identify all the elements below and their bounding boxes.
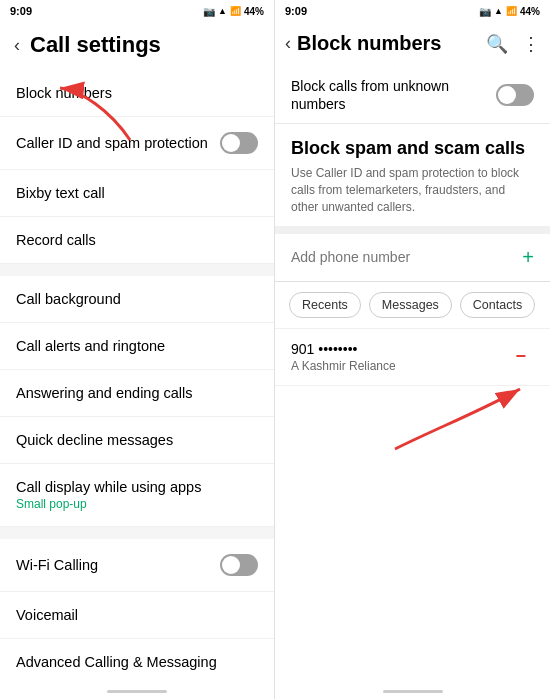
menu-label-wifi: Wi-Fi Calling (16, 557, 220, 573)
section-divider-1 (0, 264, 274, 276)
wifi-icon-right: 📶 (506, 6, 517, 16)
battery-pct-right: 44% (520, 6, 540, 17)
filter-tabs: Recents Messages Contacts (275, 282, 550, 329)
wifi-icon-left: 📶 (230, 6, 241, 16)
blocked-list: 901 •••••••• A Kashmir Reliance − (275, 329, 550, 684)
menu-item-call-background[interactable]: Call background (0, 276, 274, 323)
section-divider-2 (0, 527, 274, 539)
back-button-right[interactable]: ‹ (285, 33, 291, 54)
scrollbar-left (107, 690, 167, 693)
page-title-left: Call settings (30, 32, 161, 58)
time-left: 9:09 (10, 5, 32, 17)
header-icons-right: 🔍 ⋮ (486, 33, 540, 55)
status-icons-right: 📷 ▲ 📶 44% (479, 6, 540, 17)
battery-icon-left: 📷 (203, 6, 215, 17)
camera-icon-right: 📷 (479, 6, 491, 17)
nav-header-left: ‹ Call settings (0, 22, 274, 70)
menu-label-bixby: Bixby text call (16, 185, 258, 201)
menu-label-call-display: Call display while using apps (16, 479, 201, 495)
add-phone-input[interactable] (291, 249, 522, 265)
scrollbar-right (383, 690, 443, 693)
spam-section: Block spam and scam calls Use Caller ID … (275, 124, 550, 233)
menu-label-call-alerts: Call alerts and ringtone (16, 338, 258, 354)
menu-label-call-background: Call background (16, 291, 258, 307)
back-button-left[interactable]: ‹ (14, 35, 20, 56)
toggle-caller-id[interactable] (220, 132, 258, 154)
tab-recents[interactable]: Recents (289, 292, 361, 318)
tab-messages[interactable]: Messages (369, 292, 452, 318)
search-icon[interactable]: 🔍 (486, 33, 508, 55)
left-panel: 9:09 📷 ▲ 📶 44% ‹ Call settings Block num… (0, 0, 275, 699)
time-right: 9:09 (285, 5, 307, 17)
menu-label-answering: Answering and ending calls (16, 385, 258, 401)
menu-label-quick-decline: Quick decline messages (16, 432, 258, 448)
menu-item-call-alerts[interactable]: Call alerts and ringtone (0, 323, 274, 370)
spam-description: Use Caller ID and spam protection to blo… (291, 165, 534, 215)
right-panel: 9:09 📷 ▲ 📶 44% ‹ Block numbers 🔍 ⋮ Block… (275, 0, 550, 699)
page-title-right: Block numbers (297, 32, 480, 55)
menu-item-caller-id[interactable]: Caller ID and spam protection (0, 117, 274, 170)
status-bar-right: 9:09 📷 ▲ 📶 44% (275, 0, 550, 22)
signal-icon-left: ▲ (218, 6, 227, 16)
menu-label-caller-id: Caller ID and spam protection (16, 135, 220, 151)
block-unknown-section: Block calls from unknown numbers (275, 67, 550, 124)
menu-label-block-numbers: Block numbers (16, 85, 258, 101)
more-options-icon[interactable]: ⋮ (522, 33, 540, 55)
menu-item-quick-decline[interactable]: Quick decline messages (0, 417, 274, 464)
menu-item-record[interactable]: Record calls (0, 217, 274, 264)
menu-item-call-display[interactable]: Call display while using apps Small pop-… (0, 464, 274, 527)
tab-contacts[interactable]: Contacts (460, 292, 535, 318)
signal-icon-right: ▲ (494, 6, 503, 16)
menu-item-advanced[interactable]: Advanced Calling & Messaging (0, 639, 274, 684)
menu-label-record: Record calls (16, 232, 258, 248)
block-unknown-label: Block calls from unknown numbers (291, 77, 496, 113)
red-arrow-right (335, 349, 535, 469)
menu-item-answering[interactable]: Answering and ending calls (0, 370, 274, 417)
menu-list-left: Block numbers Caller ID and spam protect… (0, 70, 274, 684)
menu-item-block-numbers[interactable]: Block numbers (0, 70, 274, 117)
status-icons-left: 📷 ▲ 📶 44% (203, 6, 264, 17)
menu-label-advanced: Advanced Calling & Messaging (16, 654, 258, 670)
toggle-wifi[interactable] (220, 554, 258, 576)
menu-item-voicemail[interactable]: Voicemail (0, 592, 274, 639)
add-phone-section: + (275, 234, 550, 282)
menu-item-wifi-calling[interactable]: Wi-Fi Calling (0, 539, 274, 592)
spam-title: Block spam and scam calls (291, 138, 534, 159)
battery-pct-left: 44% (244, 6, 264, 17)
menu-item-bixby[interactable]: Bixby text call (0, 170, 274, 217)
status-bar-left: 9:09 📷 ▲ 📶 44% (0, 0, 274, 22)
nav-header-right: ‹ Block numbers 🔍 ⋮ (275, 22, 550, 67)
toggle-block-unknown[interactable] (496, 84, 534, 106)
call-display-sublabel: Small pop-up (16, 497, 201, 511)
menu-label-voicemail: Voicemail (16, 607, 258, 623)
add-phone-icon[interactable]: + (522, 246, 534, 269)
